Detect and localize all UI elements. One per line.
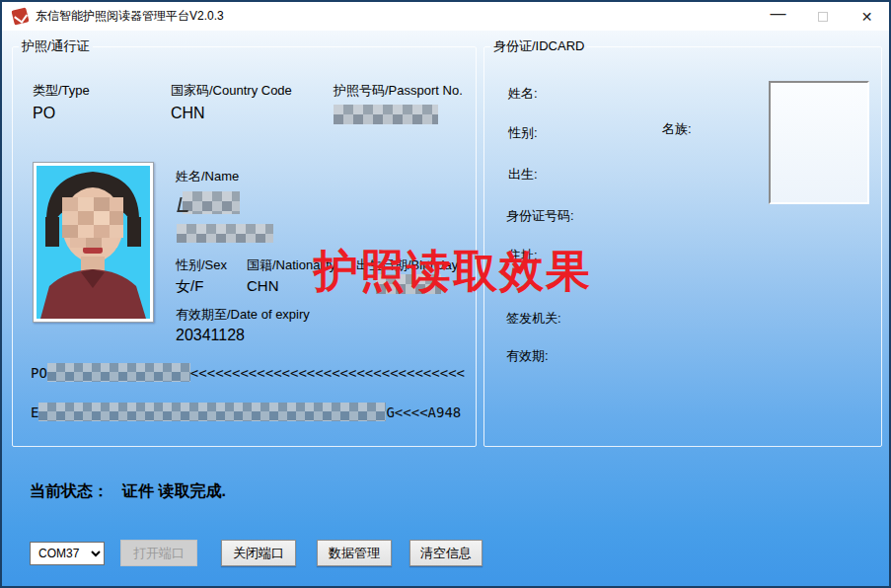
- id-validity-label: 有效期:: [506, 347, 549, 365]
- idcard-groupbox-title: 身份证/IDCARD: [490, 37, 587, 55]
- id-sex-label: 性别:: [508, 124, 538, 142]
- client-area: 护照/通行证 类型/Type PO 国家码/Country Code CHN 护…: [2, 31, 889, 586]
- country-code-value: CHN: [171, 105, 205, 122]
- type-label: 类型/Type: [33, 82, 90, 100]
- id-address-label: 住址:: [508, 247, 538, 264]
- idcard-photo-placeholder: [769, 81, 869, 204]
- passport-no-label: 护照号码/Passport No.: [334, 82, 463, 100]
- nationality-value: CHN: [247, 277, 279, 294]
- window-controls: — ✕: [756, 2, 889, 31]
- name-cn-redacted: [183, 191, 240, 214]
- id-name-label: 姓名:: [508, 85, 538, 103]
- mrz1-redacted: [47, 363, 190, 382]
- mrz2-redacted: [38, 403, 386, 421]
- minimize-button[interactable]: —: [756, 2, 800, 31]
- expiry-label: 有效期至/Date of expiry: [176, 306, 310, 324]
- maximize-button[interactable]: [800, 2, 845, 31]
- clear-info-button[interactable]: 清空信息: [409, 540, 483, 566]
- status-bar: 当前状态：证件 读取完成.: [30, 481, 226, 502]
- com-port-select[interactable]: COM37: [30, 542, 105, 565]
- app-icon: [11, 7, 29, 25]
- birthday-redacted: [376, 274, 441, 294]
- nationality-label: 国籍/Nationality: [247, 257, 335, 274]
- data-management-button[interactable]: 数据管理: [317, 540, 392, 566]
- app-window: 东信智能护照阅读器管理平台V2.0.3 — ✕ 护照/通行证 类型/Type P…: [0, 0, 891, 588]
- id-birth-label: 出生:: [508, 166, 538, 184]
- title-bar: 东信智能护照阅读器管理平台V2.0.3 — ✕: [2, 2, 889, 31]
- portrait-image: [37, 166, 150, 319]
- name-label: 姓名/Name: [176, 168, 239, 185]
- id-ethnicity-label: 名族:: [662, 120, 692, 138]
- id-number-label: 身份证号码:: [506, 207, 574, 225]
- mrz-line-1: PO<<<<<<<<<<<<<<<<<<<<<<<<<<<<<<<<<: [31, 363, 465, 382]
- mrz-line-2: EG<<<<A948: [31, 403, 461, 421]
- close-port-button[interactable]: 关闭端口: [221, 540, 296, 566]
- status-label: 当前状态：: [30, 482, 109, 499]
- passport-photo: [33, 162, 154, 323]
- passport-groupbox-title: 护照/通行证: [19, 37, 93, 55]
- status-value: 证件 读取完成.: [122, 482, 226, 499]
- window-title: 东信智能护照阅读器管理平台V2.0.3: [36, 8, 224, 25]
- sex-value: 女/F: [176, 277, 203, 296]
- id-authority-label: 签发机关:: [506, 310, 561, 328]
- sex-label: 性别/Sex: [176, 257, 227, 274]
- passport-groupbox: 护照/通行证 类型/Type PO 国家码/Country Code CHN 护…: [12, 37, 477, 447]
- open-port-button[interactable]: 打开端口: [120, 540, 197, 566]
- country-code-label: 国家码/Country Code: [171, 82, 292, 100]
- type-value: PO: [33, 105, 55, 122]
- expiry-value: 20341128: [176, 327, 245, 344]
- maximize-icon: [818, 12, 828, 22]
- name-pinyin-redacted: [177, 224, 273, 243]
- close-button[interactable]: ✕: [845, 2, 889, 31]
- birthday-label: 出生日期/Birthday: [356, 257, 458, 274]
- passport-no-redacted: [334, 105, 438, 124]
- idcard-groupbox: 身份证/IDCARD 姓名: 性别: 名族: 出生: 身份证号码: 住址: 签发…: [483, 37, 882, 447]
